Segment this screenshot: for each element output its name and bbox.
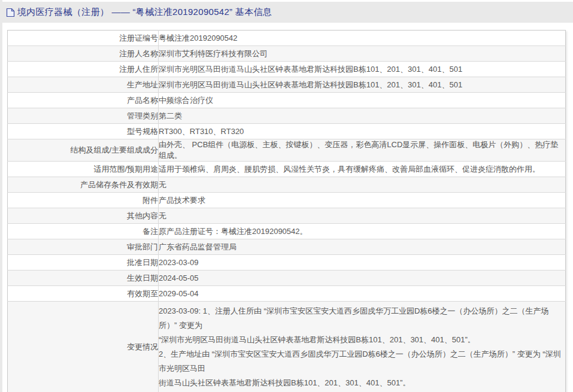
row-value: 原产品注册证号：粤械注准20192090542。 bbox=[159, 227, 308, 236]
value-cell: 深圳市光明区马田街道马山头社区钟表基地君斯达科技园B栋101、201、301、4… bbox=[159, 77, 566, 93]
value-cell: 广东省药品监督管理局 bbox=[159, 239, 566, 255]
value-cell: 2023-03-09: 1、注册人住所由 “深圳市宝安区宝安大道西乡固戍华万工业… bbox=[159, 302, 566, 392]
label-cell: 型号规格 bbox=[8, 124, 159, 139]
row-value: 由外壳、 PCB组件（电源板、主板、按键板）、变压器，彩色高清LCD显示屏、操作… bbox=[159, 140, 558, 160]
row-label: 管理类别 bbox=[127, 111, 158, 120]
row-value: 广东省药品监督管理局 bbox=[159, 242, 237, 251]
value-cell: 第二类 bbox=[159, 108, 566, 124]
value-cell: 粤械注准20192090542 bbox=[159, 31, 566, 46]
row-label: 注册证编号 bbox=[119, 34, 158, 42]
table-row: 结构及组成/主要组成成分由外壳、 PCB组件（电源板、主板、按键板）、变压器，彩… bbox=[8, 139, 566, 162]
row-label: 型号规格 bbox=[127, 127, 158, 136]
table-row: 管理类别第二类 bbox=[8, 108, 566, 124]
table-row: 注册证编号粤械注准20192090542 bbox=[8, 31, 566, 46]
change-line: “深圳市光明区马田街道马山头社区钟表基地君斯达科技园B栋101、201、301、… bbox=[159, 333, 565, 347]
value-cell: 2023-03-09 bbox=[159, 255, 566, 271]
table-row: 产品名称中频综合治疗仪 bbox=[8, 93, 566, 108]
row-label: 注册人名称 bbox=[119, 49, 158, 58]
value-cell: 无 bbox=[159, 208, 566, 224]
table-row: 附件产品技术要求 bbox=[8, 193, 566, 208]
change-line: 街道马山头社区钟表基地君斯达科技园B栋101、201、301、401、501”。 bbox=[159, 376, 565, 390]
row-value: 深圳市光明区马田街道马山头社区钟表基地君斯达科技园B栋101、201、301、4… bbox=[159, 80, 462, 89]
row-label: 变更情况 bbox=[127, 342, 158, 351]
table-row: 批准日期2023-03-09 bbox=[8, 255, 566, 271]
label-cell: 备注 bbox=[8, 224, 159, 239]
label-cell: 变更情况 bbox=[8, 302, 159, 392]
label-cell: 管理类别 bbox=[8, 108, 159, 124]
label-cell: 产品储存条件及有效期 bbox=[8, 177, 159, 193]
row-label: 产品储存条件及有效期 bbox=[80, 180, 158, 189]
label-cell: 有效期至 bbox=[8, 286, 159, 302]
row-value: 无 bbox=[159, 180, 166, 189]
info-table: 注册证编号粤械注准20192090542注册人名称深圳市艾利特医疗科技有限公司注… bbox=[7, 30, 566, 392]
change-line: 2、生产地址由 “深圳市宝安区宝安大道西乡固戍华万工业园D栋6楼之一（办公场所）… bbox=[159, 347, 565, 376]
row-value: 第二类 bbox=[159, 111, 182, 120]
row-label: 产品名称 bbox=[127, 96, 158, 105]
table-row: 注册人住所深圳市光明区马田街道马山头社区钟表基地君斯达科技园B栋101、201、… bbox=[8, 62, 566, 77]
label-cell: 生效日期 bbox=[8, 271, 159, 286]
value-cell: 产品技术要求 bbox=[159, 193, 566, 208]
table-row: 审批部门广东省药品监督管理局 bbox=[8, 239, 566, 255]
label-cell: 生产地址 bbox=[8, 77, 159, 93]
row-label: 注册人住所 bbox=[119, 65, 158, 74]
row-label: 审批部门 bbox=[127, 242, 158, 251]
value-cell: 2029-05-04 bbox=[159, 286, 566, 302]
row-value: 2023-03-09 bbox=[159, 258, 199, 267]
table-row: 生效日期2024-05-05 bbox=[8, 271, 566, 286]
value-cell: 中频综合治疗仪 bbox=[159, 93, 566, 108]
label-cell: 注册证编号 bbox=[8, 31, 159, 46]
row-label: 其他内容 bbox=[127, 211, 158, 220]
label-cell: 产品名称 bbox=[8, 93, 159, 108]
row-value: 粤械注准20192090542 bbox=[159, 34, 238, 42]
label-cell: 注册人住所 bbox=[8, 62, 159, 77]
value-cell: 无 bbox=[159, 177, 566, 193]
label-cell: 其他内容 bbox=[8, 208, 159, 224]
value-cell: RT300、RT310、RT320 bbox=[159, 124, 566, 139]
table-row: 其他内容无 bbox=[8, 208, 566, 224]
table-row: 有效期至2029-05-04 bbox=[8, 286, 566, 302]
page-header: 境内医疗器械（注册） —— “粤械注准20192090542” 基本信息 bbox=[0, 2, 573, 23]
row-value: 深圳市光明区马田街道马山头社区钟表基地君斯达科技园B栋101、201、301、4… bbox=[159, 65, 462, 74]
table-row: 型号规格RT300、RT310、RT320 bbox=[8, 124, 566, 139]
row-value: RT300、RT310、RT320 bbox=[159, 127, 244, 136]
value-cell: 适用于颈椎病、肩周炎、腰肌劳损、风湿性关节炎，具有缓解疼痛、改善局部血液循环、促… bbox=[159, 162, 566, 177]
row-value: 深圳市艾利特医疗科技有限公司 bbox=[159, 49, 268, 58]
change-line: 2023-03-09: 1、注册人住所由 “深圳市宝安区宝安大道西乡固戍华万工业… bbox=[159, 304, 565, 333]
value-cell: 由外壳、 PCB组件（电源板、主板、按键板）、变压器，彩色高清LCD显示屏、操作… bbox=[159, 139, 566, 162]
row-label: 生效日期 bbox=[127, 274, 158, 282]
row-label: 附件 bbox=[143, 196, 158, 205]
row-label: 批准日期 bbox=[127, 258, 158, 267]
row-label: 适用范围/预期用途 bbox=[93, 165, 158, 174]
label-cell: 注册人名称 bbox=[8, 46, 159, 62]
row-value: 适用于颈椎病、肩周炎、腰肌劳损、风湿性关节炎，具有缓解疼痛、改善局部血液循环、促… bbox=[159, 165, 540, 174]
label-cell: 审批部门 bbox=[8, 239, 159, 255]
row-value: 中频综合治疗仪 bbox=[159, 96, 213, 105]
row-label: 备注 bbox=[143, 227, 158, 236]
table-row: 适用范围/预期用途适用于颈椎病、肩周炎、腰肌劳损、风湿性关节炎，具有缓解疼痛、改… bbox=[8, 162, 566, 177]
left-margin-strip bbox=[0, 0, 2, 392]
row-label: 有效期至 bbox=[127, 289, 158, 298]
table-row: 变更情况2023-03-09: 1、注册人住所由 “深圳市宝安区宝安大道西乡固戍… bbox=[8, 302, 566, 392]
row-label: 生产地址 bbox=[127, 80, 158, 89]
page-title: 境内医疗器械（注册） —— “粤械注准20192090542” 基本信息 bbox=[17, 7, 272, 18]
row-value: 2029-05-04 bbox=[159, 289, 199, 298]
value-cell: 原产品注册证号：粤械注准20192090542。 bbox=[159, 224, 566, 239]
table-row: 生产地址深圳市光明区马田街道马山头社区钟表基地君斯达科技园B栋101、201、3… bbox=[8, 77, 566, 93]
label-cell: 附件 bbox=[8, 193, 159, 208]
value-cell: 深圳市艾利特医疗科技有限公司 bbox=[159, 46, 566, 62]
label-cell: 批准日期 bbox=[8, 255, 159, 271]
table-row: 注册人名称深圳市艾利特医疗科技有限公司 bbox=[8, 46, 566, 62]
value-cell: 2024-05-05 bbox=[159, 271, 566, 286]
table-row: 产品储存条件及有效期无 bbox=[8, 177, 566, 193]
value-cell: 深圳市光明区马田街道马山头社区钟表基地君斯达科技园B栋101、201、301、4… bbox=[159, 62, 566, 77]
label-cell: 适用范围/预期用途 bbox=[8, 162, 159, 177]
row-value: 无 bbox=[159, 211, 166, 220]
row-label: 结构及组成/主要组成成分 bbox=[70, 145, 158, 154]
row-value: 2024-05-05 bbox=[159, 274, 199, 282]
label-cell: 结构及组成/主要组成成分 bbox=[8, 139, 159, 162]
row-value: 产品技术要求 bbox=[159, 196, 205, 205]
document-icon bbox=[6, 8, 15, 17]
table-row: 备注原产品注册证号：粤械注准20192090542。 bbox=[8, 224, 566, 239]
